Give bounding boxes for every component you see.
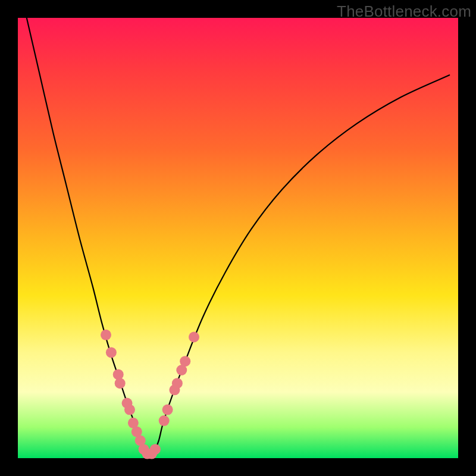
chart-frame: TheBottleneck.com (0, 0, 476, 476)
highlight-point (101, 330, 111, 340)
highlight-point (115, 378, 126, 389)
highlight-points (101, 330, 199, 459)
highlight-point (159, 415, 170, 426)
highlight-point (180, 356, 190, 367)
plot-area (18, 18, 458, 458)
watermark-text: TheBottleneck.com (337, 2, 471, 21)
highlight-point (150, 444, 161, 455)
chart-svg (18, 18, 458, 458)
highlight-point (189, 332, 199, 343)
highlight-point (172, 378, 183, 389)
highlight-point (106, 347, 117, 358)
bottleneck-curve (27, 18, 449, 458)
highlight-point (162, 405, 173, 415)
highlight-point (124, 405, 135, 415)
highlight-point (113, 369, 124, 380)
